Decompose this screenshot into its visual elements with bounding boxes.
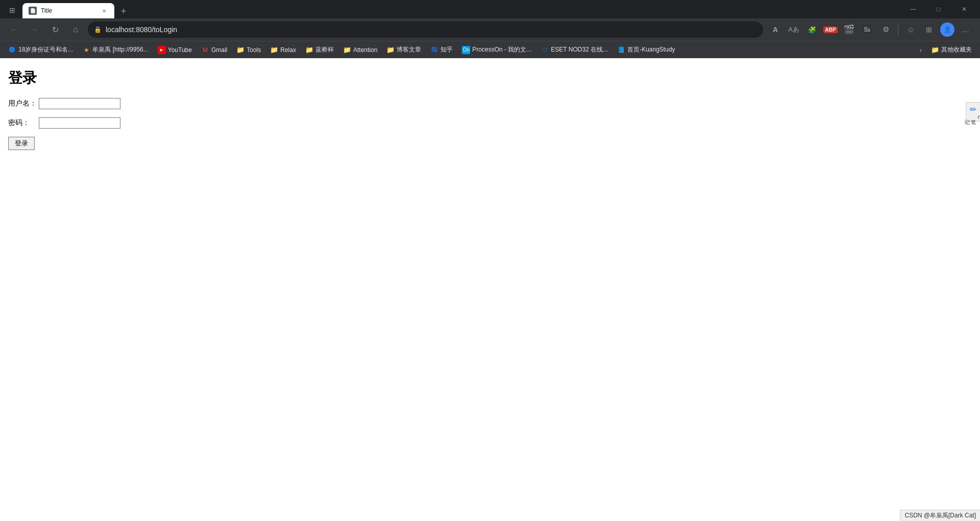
new-tab-btn[interactable]: + <box>116 4 131 18</box>
other-bookmarks-btn[interactable]: 📁 其他收藏夹 <box>927 43 976 57</box>
bookmark-favicon-bm3 <box>158 46 166 54</box>
address-text: localhost:8080/toLogin <box>106 26 757 34</box>
bookmark-label-bm6: Relax <box>280 46 296 54</box>
bookmark-label-bm5: Tools <box>247 46 261 54</box>
media-btn[interactable]: 🎬 <box>841 21 857 38</box>
bookmark-item-bm1[interactable]: 🔵 18岁身份证号和名... <box>4 43 77 57</box>
browser-extensions-btn[interactable]: 🧩 <box>804 21 820 38</box>
translate-icon: A <box>773 26 778 34</box>
window-controls: — □ ✕ <box>901 0 976 18</box>
bookmarks-bar: 🔵 18岁身份证号和名... ★ 牟泉禹 [http://9956... You… <box>0 41 980 58</box>
bookmark-item-bm10[interactable]: 知 知乎 <box>426 43 457 57</box>
adblock-btn[interactable]: ABP <box>822 21 839 38</box>
username-row: 用户名： <box>8 98 972 109</box>
bookmark-item-bm13[interactable]: 📘 首页-KuangStudy <box>613 43 679 57</box>
tab-favicon: 📄 <box>29 7 37 15</box>
bookmark-item-bm2[interactable]: ★ 牟泉禹 [http://9956... <box>78 43 152 57</box>
bookmark-favicon-bm6: 📁 <box>270 46 278 54</box>
bookmark-item-bm9[interactable]: 📁 博客文章 <box>382 43 425 57</box>
status-text: CSDN @牟泉禹[Dark Cat] <box>904 512 976 519</box>
bookmark-item-bm3[interactable]: YouTube <box>154 43 196 57</box>
settings-icon: ⚙ <box>883 25 889 34</box>
navigation-bar: ← → ↻ ⌂ 🔒 localhost:8080/toLogin A Aあ 🧩 … <box>0 18 980 41</box>
read-aloud-btn[interactable]: Aあ <box>786 21 802 38</box>
forward-btn[interactable]: → <box>27 21 43 38</box>
bookmark-label-bm13: 首页-KuangStudy <box>627 45 675 54</box>
address-bar[interactable]: 🔒 localhost:8080/toLogin <box>88 21 763 38</box>
toolbar-right: A Aあ 🧩 ABP 🎬 S₂ ⚙ ☆ <box>767 21 974 38</box>
bookmark-favicon-bm7: 📁 <box>305 46 313 54</box>
close-btn[interactable]: ✕ <box>952 0 976 18</box>
bookmark-item-bm8[interactable]: 📁 Attention <box>339 43 381 57</box>
page-content: 登录 用户名： 密码： 登录 <box>0 58 980 521</box>
home-btn[interactable]: ⌂ <box>67 21 84 38</box>
bookmark-label-bm10: 知乎 <box>440 45 453 54</box>
reload-btn[interactable]: ↻ <box>47 21 63 38</box>
bookmark-label-bm3: YouTube <box>168 46 192 54</box>
more-btn[interactable]: ... <box>958 21 974 38</box>
profile-btn[interactable]: 👤 <box>939 21 955 38</box>
settings-btn[interactable]: ⚙ <box>877 21 894 38</box>
password-label: 密码： <box>8 118 39 128</box>
bookmark-label-bm1: 18岁身份证号和名... <box>18 45 73 54</box>
media-icon: 🎬 <box>843 24 854 35</box>
more-bookmarks-btn[interactable]: › <box>915 43 926 57</box>
profile-avatar: 👤 <box>940 22 954 37</box>
username-input[interactable] <box>39 98 120 109</box>
side-panel[interactable]: ✏ C笔记 <box>966 102 980 121</box>
other-bookmarks-label: 其他收藏夹 <box>941 45 972 54</box>
bookmark-favicon-bm4: M <box>201 46 209 54</box>
bookmark-item-bm7[interactable]: 📁 蓝桥杯 <box>301 43 338 57</box>
bookmark-favicon-bm11: On <box>462 46 470 54</box>
other-bookmarks-favicon: 📁 <box>931 46 939 54</box>
username-label: 用户名： <box>8 99 39 108</box>
login-title: 登录 <box>8 68 972 88</box>
security-icon: 🔒 <box>94 26 102 33</box>
bookmark-favicon-bm5: 📁 <box>236 46 244 54</box>
bookmark-label-bm9: 博客文章 <box>397 45 421 54</box>
side-panel-text: C笔记 <box>964 115 981 119</box>
submit-row: 登录 <box>8 137 972 150</box>
active-tab[interactable]: 📄 Title ✕ <box>22 3 114 18</box>
bookmark-item-bm12[interactable]: 🛡 ESET NOD32 在线... <box>536 43 612 57</box>
bookmark-label-bm8: Attention <box>353 46 377 54</box>
abp-icon: ABP <box>823 27 837 33</box>
bookmark-label-bm4: Gmail <box>211 46 227 54</box>
bookmark-label-bm11: ProcessOn - 我的文... <box>472 45 531 54</box>
tab-close-btn[interactable]: ✕ <box>100 7 108 15</box>
bookmark-favicon-bm1: 🔵 <box>8 46 16 54</box>
bookmark-favicon-bm2: ★ <box>82 46 90 54</box>
bookmark-item-bm5[interactable]: 📁 Tools <box>232 43 265 57</box>
bookmark-label-bm12: ESET NOD32 在线... <box>551 45 608 54</box>
back-btn[interactable]: ← <box>6 21 22 38</box>
translate-btn[interactable]: A <box>767 21 783 38</box>
toolbar-divider <box>898 24 898 35</box>
maximize-btn[interactable]: □ <box>927 0 950 18</box>
bookmark-label-bm7: 蓝桥杯 <box>315 45 334 54</box>
read-aloud-icon: Aあ <box>788 25 799 34</box>
favorites-icon: ☆ <box>907 25 914 35</box>
bookmark-label-bm2: 牟泉禹 [http://9956... <box>92 45 148 54</box>
s2-icon: S₂ <box>862 25 872 34</box>
bookmark-favicon-bm13: 📘 <box>617 46 625 54</box>
s2-btn[interactable]: S₂ <box>859 21 875 38</box>
tab-title: Title <box>41 7 96 14</box>
favorites-btn[interactable]: ☆ <box>902 21 919 38</box>
bookmark-item-bm6[interactable]: 📁 Relax <box>266 43 300 57</box>
bookmark-favicon-bm9: 📁 <box>386 46 395 54</box>
password-input[interactable] <box>39 117 120 129</box>
minimize-btn[interactable]: — <box>901 0 925 18</box>
tab-bar: ⊞ 📄 Title ✕ + <box>4 0 901 18</box>
extensions-icon: 🧩 <box>808 26 816 34</box>
side-panel-icon: ✏ <box>970 105 976 114</box>
sidebar-toggle-btn[interactable]: ⊞ <box>4 2 20 18</box>
collections-icon: ⊞ <box>926 26 932 34</box>
status-bar: CSDN @牟泉禹[Dark Cat] <box>900 510 980 521</box>
bookmark-favicon-bm10: 知 <box>430 46 438 54</box>
collections-btn[interactable]: ⊞ <box>921 21 937 38</box>
bookmark-item-bm11[interactable]: On ProcessOn - 我的文... <box>458 43 535 57</box>
login-button[interactable]: 登录 <box>8 137 35 150</box>
bookmark-favicon-bm8: 📁 <box>343 46 351 54</box>
bookmark-item-bm4[interactable]: M Gmail <box>197 43 231 57</box>
more-icon: ... <box>962 26 970 34</box>
